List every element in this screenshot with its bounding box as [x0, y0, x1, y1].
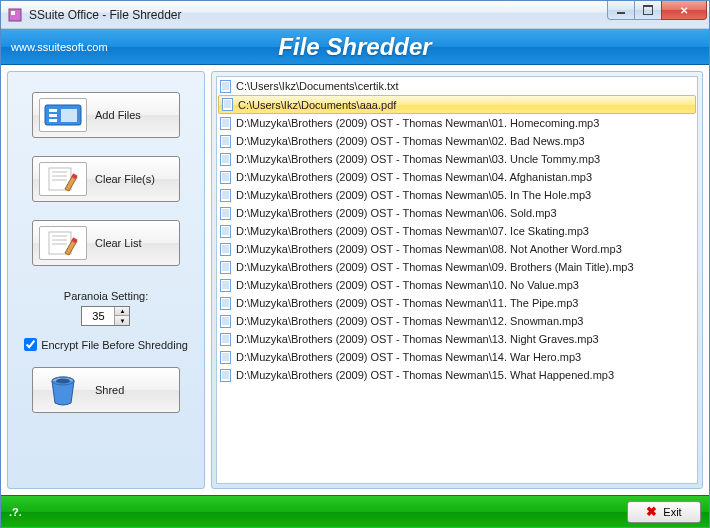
footer-bar: .?. ✖ Exit — [1, 495, 709, 527]
file-path: D:\Muzyka\Brothers (2009) OST - Thomas N… — [236, 351, 581, 363]
file-row[interactable]: D:\Muzyka\Brothers (2009) OST - Thomas N… — [217, 186, 697, 204]
file-path: D:\Muzyka\Brothers (2009) OST - Thomas N… — [236, 261, 634, 273]
add-files-button[interactable]: Add Files — [32, 92, 180, 138]
window-title: SSuite Office - File Shredder — [29, 8, 608, 22]
exit-button[interactable]: ✖ Exit — [627, 501, 701, 523]
file-path: D:\Muzyka\Brothers (2009) OST - Thomas N… — [236, 297, 578, 309]
svg-rect-5 — [49, 119, 57, 122]
paranoia-spinner[interactable]: 35 ▲ ▼ — [81, 306, 130, 326]
clear-list-icon — [39, 226, 87, 260]
sidebar-panel: Add Files Clear File(s) Clear List Paran… — [7, 71, 205, 489]
clear-list-label: Clear List — [95, 237, 141, 249]
clear-files-icon — [39, 162, 87, 196]
encrypt-label: Encrypt File Before Shredding — [41, 339, 188, 351]
minimize-button[interactable] — [607, 1, 635, 20]
file-row[interactable]: D:\Muzyka\Brothers (2009) OST - Thomas N… — [217, 204, 697, 222]
add-files-icon — [39, 98, 87, 132]
clear-files-button[interactable]: Clear File(s) — [32, 156, 180, 202]
file-row[interactable]: D:\Muzyka\Brothers (2009) OST - Thomas N… — [217, 258, 697, 276]
file-row[interactable]: D:\Muzyka\Brothers (2009) OST - Thomas N… — [217, 240, 697, 258]
paranoia-value: 35 — [82, 308, 114, 324]
maximize-button[interactable] — [634, 1, 662, 20]
file-path: D:\Muzyka\Brothers (2009) OST - Thomas N… — [236, 333, 599, 345]
file-row[interactable]: D:\Muzyka\Brothers (2009) OST - Thomas N… — [217, 294, 697, 312]
file-path: D:\Muzyka\Brothers (2009) OST - Thomas N… — [236, 243, 622, 255]
file-path: D:\Muzyka\Brothers (2009) OST - Thomas N… — [236, 369, 614, 381]
file-row[interactable]: D:\Muzyka\Brothers (2009) OST - Thomas N… — [217, 150, 697, 168]
file-path: D:\Muzyka\Brothers (2009) OST - Thomas N… — [236, 117, 599, 129]
svg-rect-3 — [49, 109, 57, 112]
paranoia-setting: Paranoia Setting: 35 ▲ ▼ — [64, 290, 148, 326]
file-path: D:\Muzyka\Brothers (2009) OST - Thomas N… — [236, 135, 585, 147]
file-path: D:\Muzyka\Brothers (2009) OST - Thomas N… — [236, 153, 600, 165]
website-url: www.ssuitesoft.com — [1, 41, 108, 53]
file-row[interactable]: C:\Users\Ikz\Documents\aaa.pdf — [218, 95, 696, 114]
exit-label: Exit — [663, 506, 681, 518]
titlebar[interactable]: SSuite Office - File Shredder — [1, 1, 709, 29]
file-list[interactable]: C:\Users\Ikz\Documents\certik.txtC:\User… — [216, 76, 698, 484]
file-path: D:\Muzyka\Brothers (2009) OST - Thomas N… — [236, 279, 579, 291]
encrypt-checkbox[interactable] — [24, 338, 37, 351]
window-controls — [608, 1, 707, 21]
file-path: D:\Muzyka\Brothers (2009) OST - Thomas N… — [236, 225, 589, 237]
file-row[interactable]: D:\Muzyka\Brothers (2009) OST - Thomas N… — [217, 312, 697, 330]
trash-icon — [39, 373, 87, 407]
file-row[interactable]: D:\Muzyka\Brothers (2009) OST - Thomas N… — [217, 348, 697, 366]
header-bar: www.ssuitesoft.com File Shredder — [1, 29, 709, 65]
clear-files-label: Clear File(s) — [95, 173, 155, 185]
file-path: C:\Users\Ikz\Documents\certik.txt — [236, 80, 399, 92]
file-path: D:\Muzyka\Brothers (2009) OST - Thomas N… — [236, 315, 583, 327]
add-files-label: Add Files — [95, 109, 141, 121]
shred-button[interactable]: Shred — [32, 367, 180, 413]
file-path: D:\Muzyka\Brothers (2009) OST - Thomas N… — [236, 189, 591, 201]
app-icon — [7, 7, 23, 23]
paranoia-label: Paranoia Setting: — [64, 290, 148, 302]
file-row[interactable]: D:\Muzyka\Brothers (2009) OST - Thomas N… — [217, 276, 697, 294]
app-title: File Shredder — [278, 33, 431, 61]
svg-point-19 — [56, 379, 70, 384]
close-button[interactable] — [661, 1, 707, 20]
encrypt-checkbox-row[interactable]: Encrypt File Before Shredding — [24, 338, 188, 351]
main-panel: C:\Users\Ikz\Documents\certik.txtC:\User… — [211, 71, 703, 489]
content-area: Add Files Clear File(s) Clear List Paran… — [1, 65, 709, 495]
exit-icon: ✖ — [646, 504, 657, 519]
file-row[interactable]: D:\Muzyka\Brothers (2009) OST - Thomas N… — [217, 132, 697, 150]
file-row[interactable]: D:\Muzyka\Brothers (2009) OST - Thomas N… — [217, 114, 697, 132]
svg-rect-4 — [49, 114, 57, 117]
file-row[interactable]: D:\Muzyka\Brothers (2009) OST - Thomas N… — [217, 168, 697, 186]
file-path: C:\Users\Ikz\Documents\aaa.pdf — [238, 99, 396, 111]
svg-rect-1 — [11, 11, 15, 15]
app-window: SSuite Office - File Shredder www.ssuite… — [0, 0, 710, 528]
clear-list-button[interactable]: Clear List — [32, 220, 180, 266]
svg-rect-6 — [61, 109, 77, 122]
file-row[interactable]: C:\Users\Ikz\Documents\certik.txt — [217, 77, 697, 95]
spinner-down[interactable]: ▼ — [115, 316, 129, 325]
spinner-up[interactable]: ▲ — [115, 307, 129, 316]
file-path: D:\Muzyka\Brothers (2009) OST - Thomas N… — [236, 207, 557, 219]
shred-label: Shred — [95, 384, 124, 396]
file-row[interactable]: D:\Muzyka\Brothers (2009) OST - Thomas N… — [217, 330, 697, 348]
file-path: D:\Muzyka\Brothers (2009) OST - Thomas N… — [236, 171, 592, 183]
file-row[interactable]: D:\Muzyka\Brothers (2009) OST - Thomas N… — [217, 366, 697, 384]
help-indicator[interactable]: .?. — [9, 506, 627, 518]
file-row[interactable]: D:\Muzyka\Brothers (2009) OST - Thomas N… — [217, 222, 697, 240]
